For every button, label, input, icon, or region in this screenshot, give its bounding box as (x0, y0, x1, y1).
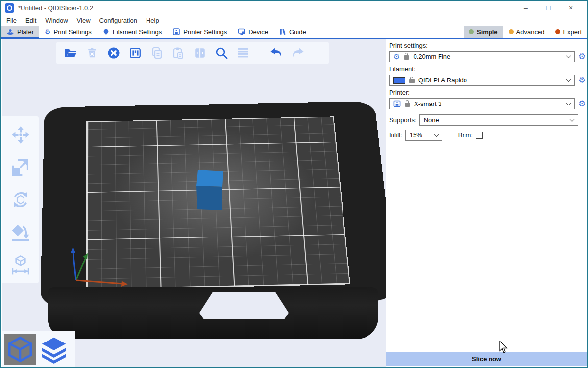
plater-toolbar (56, 42, 329, 64)
tab-plater[interactable]: Plater (1, 26, 39, 38)
print-settings-combo[interactable]: ⚙ 0.20mm Fine (389, 51, 575, 62)
split-objects-button[interactable] (192, 45, 208, 61)
gear-icon: ⚙ (45, 28, 51, 35)
lock-icon (409, 79, 415, 83)
tab-printer-settings[interactable]: Printer Settings (167, 26, 232, 38)
maximize-button[interactable]: □ (537, 1, 560, 14)
place-on-face-tool-button[interactable] (10, 221, 31, 243)
gear-icon: ⚙ (393, 53, 400, 60)
edit-printer-button[interactable]: ⚙ (577, 100, 587, 108)
menu-edit[interactable]: Edit (21, 17, 41, 24)
plater-icon (6, 28, 14, 36)
arrange-button[interactable] (127, 45, 144, 61)
mode-advanced[interactable]: Advanced (503, 26, 550, 38)
3d-view-icon (6, 335, 34, 364)
menubar: File Edit Window View Configuration Help (1, 15, 587, 26)
tabbar: Plater ⚙ Print Settings Filament Setting… (1, 26, 587, 39)
measure-tool-button[interactable] (10, 254, 31, 275)
filament-icon (102, 28, 110, 36)
move-icon (11, 125, 30, 145)
tab-device[interactable]: Device (232, 26, 273, 38)
layers-icon (236, 46, 250, 60)
printer-icon (172, 28, 180, 36)
mode-expert[interactable]: Expert (550, 26, 587, 38)
infill-label: Infill: (389, 131, 402, 139)
undo-button[interactable] (268, 45, 285, 61)
tab-filament-settings[interactable]: Filament Settings (97, 26, 167, 38)
settings-panel: Print settings: ⚙ 0.20mm Fine ⚙ Filament… (386, 39, 588, 368)
simple-dot-icon (469, 29, 474, 34)
3d-view-button[interactable] (4, 334, 36, 365)
model-object-cube[interactable] (196, 168, 224, 210)
slice-now-button[interactable]: Slice now (386, 352, 588, 366)
mode-simple[interactable]: Simple (464, 26, 503, 38)
lock-icon (405, 103, 410, 107)
rotate-icon (10, 189, 31, 210)
arrange-icon (128, 46, 142, 60)
tab-label: Plater (17, 28, 34, 36)
search-button[interactable] (213, 45, 230, 61)
redo-button[interactable] (290, 45, 306, 61)
mode-label: Advanced (516, 28, 545, 36)
tab-label: Print Settings (54, 28, 92, 36)
open-folder-icon (63, 46, 78, 60)
filament-color-swatch (393, 77, 405, 84)
filament-combo[interactable]: QIDI PLA Rapido (389, 75, 575, 86)
place-on-face-icon (10, 222, 31, 242)
menu-view[interactable]: View (73, 17, 95, 24)
mode-label: Simple (477, 28, 498, 36)
tab-label: Printer Settings (183, 28, 227, 36)
move-tool-button[interactable] (10, 124, 31, 146)
tab-guide[interactable]: Guide (273, 26, 312, 38)
scale-icon (11, 158, 30, 177)
layers-view-icon (39, 335, 69, 364)
copy-button[interactable] (148, 45, 165, 61)
delete-button[interactable] (84, 45, 100, 61)
print-settings-value: 0.20mm Fine (413, 53, 450, 60)
scale-tool-button[interactable] (10, 157, 31, 178)
titlebar: *Untitled - QIDISlicer-1.0.2 – □ × (1, 1, 587, 15)
tab-print-settings[interactable]: ⚙ Print Settings (39, 26, 97, 38)
printer-icon (393, 100, 401, 107)
menu-configuration[interactable]: Configuration (95, 17, 142, 24)
print-settings-label: Print settings: (389, 42, 588, 50)
rotate-tool-button[interactable] (10, 189, 31, 210)
tab-label: Filament Settings (113, 28, 162, 36)
device-icon (238, 28, 245, 36)
lock-icon (404, 55, 409, 60)
printer-combo[interactable]: X-smart 3 (389, 98, 575, 109)
close-button[interactable]: × (560, 1, 582, 14)
chevron-down-icon (434, 132, 439, 137)
menu-file[interactable]: File (2, 17, 21, 24)
viewport-3d[interactable] (2, 39, 386, 368)
filament-value: QIDI PLA Rapido (418, 77, 467, 84)
mouse-cursor (499, 341, 509, 354)
copy-icon (149, 46, 164, 60)
preview-layers-button[interactable] (38, 334, 70, 365)
supports-combo[interactable]: None (419, 114, 578, 126)
open-button[interactable] (62, 45, 79, 61)
paste-button[interactable] (170, 45, 187, 61)
delete-icon (85, 46, 99, 60)
edit-print-settings-button[interactable]: ⚙ (577, 53, 587, 61)
menu-help[interactable]: Help (142, 17, 164, 24)
paste-icon (171, 46, 186, 60)
axes-indicator-icon (65, 244, 136, 290)
variable-layer-height-button[interactable] (235, 45, 251, 61)
edit-filament-button[interactable]: ⚙ (577, 76, 587, 84)
delete-all-button[interactable] (105, 45, 122, 61)
brim-checkbox[interactable] (476, 132, 483, 139)
tab-label: Guide (289, 28, 306, 36)
view-switcher (2, 331, 75, 368)
redo-icon (290, 46, 306, 60)
menu-window[interactable]: Window (41, 17, 72, 24)
infill-value: 15% (410, 131, 422, 139)
infill-combo[interactable]: 15% (405, 130, 442, 141)
chevron-down-icon (566, 77, 571, 82)
minimize-button[interactable]: – (514, 1, 537, 14)
mode-selector: Simple Advanced Expert (464, 26, 587, 38)
supports-value: None (424, 116, 439, 124)
delete-all-icon (106, 46, 121, 60)
tab-label: Device (248, 28, 268, 36)
measure-icon (10, 254, 31, 275)
